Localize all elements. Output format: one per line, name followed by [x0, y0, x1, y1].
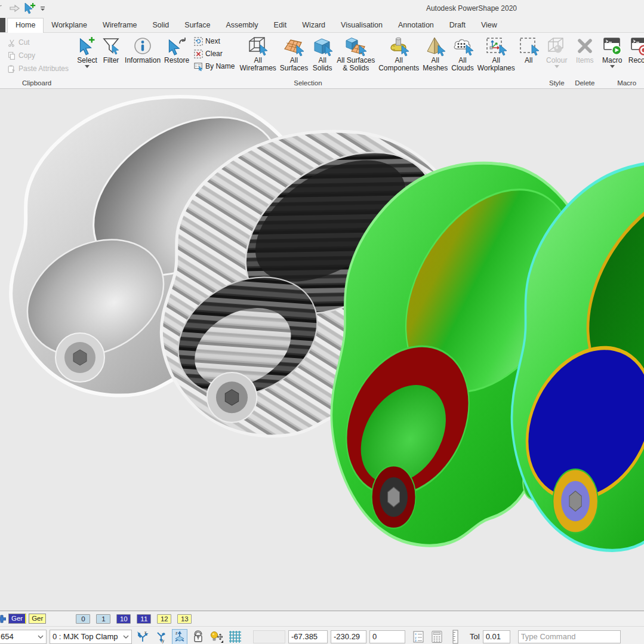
- all-meshes-button[interactable]: All Meshes: [421, 34, 449, 72]
- next-selection-icon: [194, 37, 203, 46]
- tab-wireframe[interactable]: Wireframe: [95, 19, 145, 32]
- axis-z-button-active[interactable]: z: [172, 629, 187, 644]
- ribbon-tab-bar: Home Workplane Wireframe Solid Surface A…: [0, 17, 644, 33]
- level-button-10[interactable]: 10: [116, 614, 131, 624]
- tolerance-field[interactable]: [483, 630, 510, 643]
- axis-z-icon: z: [173, 630, 186, 643]
- window-title: Autodesk PowerShape 2020: [394, 4, 549, 13]
- select-all-box-icon: [519, 36, 539, 56]
- select-button[interactable]: Select: [76, 34, 98, 68]
- app-button-partial[interactable]: [0, 18, 5, 32]
- level-button-11[interactable]: 11: [137, 614, 151, 624]
- restore-cursor-icon: [167, 36, 187, 56]
- command-input[interactable]: [518, 630, 621, 643]
- paste-attributes-button[interactable]: Paste Attributes: [7, 63, 69, 74]
- qat-customize-dropdown-icon[interactable]: [40, 6, 45, 11]
- delete-items-button[interactable]: Items: [574, 34, 596, 64]
- dropdown-caret-icon: [554, 65, 559, 68]
- level-button-13[interactable]: 13: [177, 614, 192, 624]
- scissors-icon: [7, 38, 16, 47]
- macro-button[interactable]: Macro: [601, 34, 624, 68]
- level-button-1[interactable]: 1: [96, 614, 110, 624]
- bulb-move-button[interactable]: [209, 629, 224, 644]
- dropdown-caret-icon: [85, 65, 90, 68]
- svg-text:y: y: [162, 639, 165, 643]
- level-button-12[interactable]: 12: [157, 614, 171, 624]
- axis-x-button[interactable]: x: [135, 629, 150, 644]
- group-style: Colour Style: [543, 33, 571, 88]
- status-badge-ger-active[interactable]: Ger: [8, 614, 26, 624]
- all-components-button[interactable]: All Components: [377, 34, 420, 72]
- tolerance-label: Tol: [470, 632, 480, 641]
- title-bar: Autodesk PowerShape 2020: [0, 0, 644, 17]
- model-viewport[interactable]: [0, 89, 644, 611]
- redo-icon[interactable]: [10, 4, 20, 13]
- filter-button[interactable]: Filter: [100, 34, 122, 64]
- record-button[interactable]: Record: [627, 34, 644, 64]
- tab-solid[interactable]: Solid: [145, 19, 177, 32]
- undo-icon[interactable]: [0, 4, 5, 13]
- tab-view[interactable]: View: [473, 19, 505, 32]
- clear-selection-button[interactable]: Clear: [194, 48, 235, 59]
- all-button[interactable]: All: [517, 34, 540, 64]
- tab-surface[interactable]: Surface: [177, 19, 218, 32]
- svg-text:z: z: [175, 631, 178, 635]
- all-surfaces-button[interactable]: All Surfaces: [279, 34, 309, 72]
- delete-x-icon: [575, 36, 595, 56]
- position-blank-field[interactable]: [253, 630, 285, 643]
- ruler-button[interactable]: [448, 629, 463, 644]
- chevron-down-icon: [123, 635, 129, 639]
- xyz-list-button[interactable]: x y z: [411, 629, 426, 644]
- select-by-name-button[interactable]: By Name: [194, 61, 235, 72]
- level-combo[interactable]: 654: [0, 630, 47, 644]
- information-button[interactable]: Information: [124, 34, 162, 64]
- macro-record-icon: [630, 36, 644, 56]
- cut-button[interactable]: Cut: [7, 37, 69, 48]
- quick-access-toolbar: [0, 3, 45, 14]
- colour-button[interactable]: Colour: [545, 34, 569, 68]
- tab-visualisation[interactable]: Visualisation: [333, 19, 390, 32]
- all-surfaces-solids-button[interactable]: All Surfaces & Solids: [335, 34, 376, 72]
- axis-y-button[interactable]: y: [153, 629, 169, 644]
- all-wireframes-button[interactable]: All Wireframes: [238, 34, 277, 72]
- status-badge-ger[interactable]: Ger: [29, 614, 46, 624]
- tab-draft[interactable]: Draft: [442, 19, 473, 32]
- all-clouds-button[interactable]: All Clouds: [450, 34, 474, 72]
- workplane-partial-icon[interactable]: [0, 615, 6, 623]
- group-macro: Macro Record Macro: [599, 33, 644, 88]
- status-toolbar: 654 0 : MJK Top Clamp x y z: [0, 626, 644, 644]
- chevron-down-icon: [38, 635, 44, 639]
- coord-z-field[interactable]: [369, 630, 405, 643]
- tab-wizard[interactable]: Wizard: [294, 19, 333, 32]
- workplane-combo[interactable]: 0 : MJK Top Clamp: [50, 630, 132, 644]
- unlock-button[interactable]: [190, 629, 206, 644]
- coord-x-field[interactable]: [288, 630, 328, 643]
- group-delete: Items Delete: [571, 33, 599, 88]
- svg-text:x: x: [144, 630, 147, 634]
- tab-assembly[interactable]: Assembly: [218, 19, 266, 32]
- all-solids-button[interactable]: All Solids: [310, 34, 334, 72]
- tab-home[interactable]: Home: [7, 18, 44, 33]
- group-label-macro: Macro: [601, 79, 644, 88]
- calculator-button[interactable]: [429, 629, 445, 644]
- level-button-0[interactable]: 0: [76, 614, 90, 624]
- group-selection: Select Filter Information: [73, 33, 543, 88]
- viewport-canvas[interactable]: [0, 89, 644, 611]
- by-name-list-icon: [194, 62, 203, 71]
- calculator-icon: [431, 630, 443, 643]
- axis-y-icon: y: [155, 630, 168, 643]
- tab-workplane[interactable]: Workplane: [44, 19, 95, 32]
- copy-icon: [7, 51, 16, 60]
- tab-edit[interactable]: Edit: [266, 19, 295, 32]
- tab-annotation[interactable]: Annotation: [390, 19, 442, 32]
- grid-button[interactable]: [227, 629, 243, 644]
- select-cursor-icon[interactable]: [24, 3, 36, 14]
- select-cursor-icon: [78, 36, 96, 56]
- copy-button[interactable]: Copy: [7, 50, 69, 61]
- next-button[interactable]: Next: [194, 36, 235, 47]
- unlock-icon: [192, 630, 204, 643]
- all-workplanes-button[interactable]: All Workplanes: [476, 34, 516, 72]
- xyz-list-icon: x y z: [412, 630, 424, 643]
- restore-button[interactable]: Restore: [163, 34, 190, 64]
- coord-y-field[interactable]: [331, 630, 366, 643]
